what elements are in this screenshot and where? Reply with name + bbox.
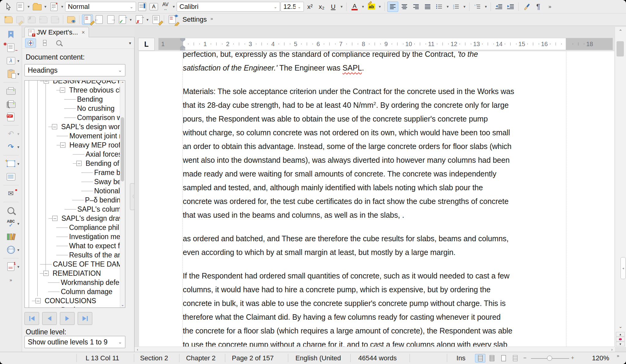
language-status[interactable]: English (United xyxy=(295,352,341,364)
next-entry-button[interactable] xyxy=(60,312,75,325)
footnote-icon[interactable]: 1▾ xyxy=(1,261,21,272)
document-page[interactable]: perfection, but, expressly as the standa… xyxy=(139,51,614,347)
tree-item[interactable]: DESIGN ADEQUACY xyxy=(25,81,120,86)
underline-dropdown[interactable]: ▾ xyxy=(339,4,344,9)
paragraph[interactable]: Materials: The sole acceptance criterion… xyxy=(183,85,569,222)
previous-change-icon[interactable]: ← xyxy=(94,14,105,25)
zoom-out-icon[interactable]: − xyxy=(523,352,527,364)
tree-item[interactable]: Axial forces xyxy=(25,150,120,159)
indent-base-marker[interactable] xyxy=(180,49,185,50)
tree-item[interactable]: Three obvious cl xyxy=(25,86,120,95)
bullet-list-icon[interactable] xyxy=(434,2,445,12)
tree-item[interactable]: Bending xyxy=(25,95,120,104)
scroll-up-icon[interactable]: ⌃ xyxy=(615,29,626,34)
paragraph[interactable]: If the Respondent had ordered small quan… xyxy=(183,269,569,347)
word-count-status[interactable]: 46544 words xyxy=(358,352,397,364)
tree-item[interactable]: No crushing xyxy=(25,104,120,113)
document-text[interactable]: perfection, but, expressly as the standa… xyxy=(183,51,569,347)
tree-item[interactable]: SAPL's design draw xyxy=(25,214,120,223)
horizontal-ruler[interactable]: L 12345678910111213141516181 xyxy=(134,37,626,51)
content-type-select[interactable]: Headings⌄ xyxy=(24,64,125,76)
clone-formatting-icon[interactable] xyxy=(521,2,532,12)
paragraph[interactable]: as ordered and batched, and These are th… xyxy=(183,232,569,259)
frame-dropdown[interactable]: ▾ xyxy=(16,162,21,166)
zoom-level-status[interactable]: 120% xyxy=(592,352,609,364)
paragraph[interactable]: perfection, but, expressly as the standa… xyxy=(183,51,569,75)
page-number-status[interactable]: Page 2 of 157 xyxy=(232,352,274,364)
formatting-marks-icon[interactable]: ¶ xyxy=(533,2,544,12)
font-size-select[interactable]: 12.5⌄ xyxy=(281,2,304,12)
book-view-icon[interactable] xyxy=(498,354,509,362)
tree-item[interactable]: REMEDIATION xyxy=(25,269,120,278)
gallery-icon[interactable] xyxy=(1,231,21,242)
ruler-strip[interactable]: 12345678910111213141516181 xyxy=(158,38,613,50)
scroll-left-icon[interactable]: ‹ xyxy=(134,347,141,352)
tree-collapse-icon[interactable] xyxy=(76,161,82,166)
tree-item[interactable]: SAPL's design work xyxy=(25,122,120,131)
accept-change-icon[interactable]: ✓→ xyxy=(117,14,128,25)
outline-list-icon[interactable]: 1 xyxy=(472,2,483,12)
tab-stop-selector[interactable]: L xyxy=(138,38,155,51)
align-justify-icon[interactable] xyxy=(422,2,433,12)
character-spacing-icon[interactable]: AV ↔ xyxy=(160,2,171,12)
find-replace-icon[interactable] xyxy=(1,205,21,216)
increase-indent-icon[interactable] xyxy=(505,2,516,12)
formula-dropdown[interactable]: ▾ xyxy=(16,59,21,63)
open-file-icon[interactable] xyxy=(31,2,42,12)
tree-item[interactable]: Movement joint n xyxy=(25,131,120,140)
tree-item[interactable]: Comparison w xyxy=(25,113,120,122)
tree-collapse-icon[interactable] xyxy=(44,81,49,84)
hyperlink-dropdown[interactable]: ▾ xyxy=(16,248,21,252)
tree-item[interactable]: Compliance phil xyxy=(25,223,120,232)
align-left-icon[interactable] xyxy=(387,2,398,12)
tree-item[interactable]: CAUSE OF THE DAMA xyxy=(25,260,120,269)
formula-lambda-icon[interactable]: λ▾ xyxy=(1,55,21,66)
footnote-dropdown[interactable]: ▾ xyxy=(16,264,21,269)
save-icon[interactable]: ◌● xyxy=(48,2,59,12)
previous-comment-icon[interactable]: ← xyxy=(38,14,49,25)
compare-documents-icon[interactable]: ✱− xyxy=(1,42,21,53)
bookmark-icon[interactable] xyxy=(1,29,21,40)
tree-scrollbar[interactable]: ⌃ ⌄ xyxy=(120,81,125,308)
first-entry-button[interactable] xyxy=(24,312,39,325)
insert-comment-icon[interactable]: + xyxy=(3,14,14,25)
navigate-by-button[interactable] xyxy=(616,337,625,341)
tree-item[interactable]: CONCLUSIONS xyxy=(25,296,120,305)
navigation-compass-icon[interactable] xyxy=(25,38,36,48)
paste-dropdown[interactable]: ▾ xyxy=(16,72,21,76)
tree-item[interactable]: Workmanship defe xyxy=(25,278,120,287)
tree-item[interactable]: Results of the ar xyxy=(25,250,120,260)
reject-change-dropdown[interactable]: ▾ xyxy=(145,17,150,22)
tree-item[interactable]: Investigation me xyxy=(25,232,120,241)
print-icon[interactable] xyxy=(1,85,21,96)
row2-overflow-icon[interactable]: » xyxy=(211,16,213,21)
master-view-toggle-icon[interactable] xyxy=(39,38,50,48)
tree-collapse-icon[interactable] xyxy=(43,271,49,276)
next-change-icon[interactable]: → xyxy=(105,14,116,25)
update-style-icon[interactable] xyxy=(137,2,148,12)
tree-scroll-down-icon[interactable]: ⌄ xyxy=(120,303,125,307)
record-changes-icon[interactable] xyxy=(82,14,93,25)
tree-collapse-icon[interactable] xyxy=(35,298,41,304)
decrease-indent-icon[interactable] xyxy=(493,2,504,12)
previous-page-button[interactable]: ▲ xyxy=(616,332,625,337)
edit-comment-icon[interactable] xyxy=(15,14,26,25)
highlight-color-icon[interactable]: ab xyxy=(366,2,377,12)
insert-textbox-icon[interactable] xyxy=(1,171,21,182)
tab-close-icon[interactable]: × xyxy=(82,29,85,36)
hyperlink-icon[interactable]: ▾ xyxy=(1,244,21,255)
superscript-icon[interactable]: x² xyxy=(304,2,315,12)
web-view-icon[interactable] xyxy=(510,354,520,362)
zoom-in-icon[interactable]: + xyxy=(571,352,574,364)
cursor-position-status[interactable]: L 13 Col 11 xyxy=(86,352,119,364)
sidebar-show-handle[interactable]: ◂ xyxy=(620,257,626,279)
character-style-icon[interactable]: A xyxy=(148,2,159,12)
redo-dropdown[interactable]: ▾ xyxy=(16,145,21,149)
next-comment-icon[interactable]: → xyxy=(50,14,61,25)
envelope-icon[interactable]: ✉ xyxy=(1,188,21,199)
last-entry-button[interactable] xyxy=(78,312,92,325)
export-pdf-icon[interactable]: PDF xyxy=(1,111,21,122)
zoom-slider-thumb[interactable] xyxy=(547,355,552,361)
reject-change-icon[interactable]: ✗→ xyxy=(134,14,145,25)
undo-icon[interactable]: ↶▾ xyxy=(1,128,21,139)
